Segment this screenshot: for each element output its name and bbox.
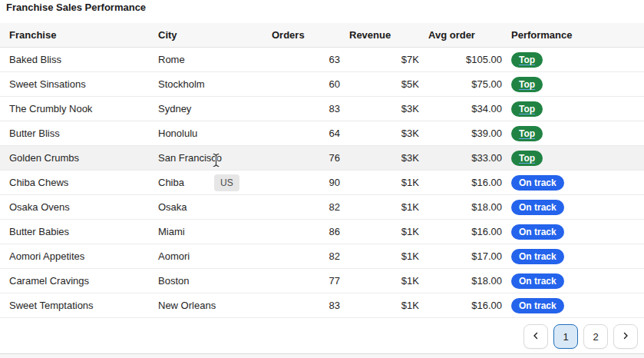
cell-city: Rome	[149, 48, 263, 72]
cell-performance: On track	[502, 195, 644, 220]
cell-city: Boston	[149, 269, 263, 293]
table-header-row: FranchiseCityOrdersRevenueAvg orderPerfo…	[0, 23, 644, 48]
performance-badge[interactable]: On track	[511, 175, 564, 191]
cell-orders: 60	[263, 72, 340, 97]
page-1-button[interactable]: 1	[553, 324, 578, 349]
cell-performance: On track	[502, 293, 644, 318]
cell-franchise: Golden Crumbs	[0, 146, 149, 171]
table-row[interactable]: Osaka OvensOsaka82$1K$18.00On track	[0, 195, 644, 220]
cell-city: Aomori	[149, 244, 263, 269]
performance-badge[interactable]: On track	[511, 249, 564, 264]
cell-city: Honolulu	[149, 121, 263, 146]
table-row[interactable]: Chiba ChewsChiba90$1K$16.00On track	[0, 171, 644, 195]
franchise-sales-card: Franchise Sales Performance FranchiseCit…	[0, 0, 644, 358]
cell-franchise: Butter Babies	[0, 220, 149, 244]
pagination: 1 2	[523, 324, 638, 349]
column-header-city: City	[149, 23, 263, 48]
cell-avg_order: $16.00	[419, 220, 502, 244]
cell-orders: 86	[263, 220, 340, 244]
performance-badge[interactable]: Top	[511, 52, 543, 68]
cell-franchise: Caramel Cravings	[0, 269, 149, 293]
cell-revenue: $1K	[340, 171, 419, 195]
cell-avg_order: $105.00	[419, 48, 502, 72]
table-row[interactable]: Aomori AppetitesAomori82$1K$17.00On trac…	[0, 244, 644, 269]
page-2-button[interactable]: 2	[583, 324, 608, 349]
cell-city: Miami	[149, 220, 263, 244]
cell-avg_order: $34.00	[419, 97, 502, 121]
cell-performance: On track	[502, 220, 644, 244]
cell-revenue: $1K	[340, 293, 419, 318]
cell-orders: 83	[263, 97, 340, 121]
cell-avg_order: $17.00	[419, 244, 502, 269]
cell-orders: 83	[263, 293, 340, 318]
cell-orders: 64	[263, 121, 340, 146]
cell-franchise: Baked Bliss	[0, 48, 149, 72]
prev-page-button[interactable]	[523, 324, 548, 349]
performance-badge[interactable]: On track	[511, 273, 564, 289]
performance-badge[interactable]: On track	[511, 298, 564, 313]
cell-revenue: $7K	[340, 48, 419, 72]
cell-performance: Top	[502, 146, 644, 171]
cell-avg_order: $75.00	[419, 72, 502, 97]
table-row[interactable]: Butter BabiesMiami86$1K$16.00On track	[0, 220, 644, 244]
cell-performance: On track	[502, 171, 644, 195]
cell-orders: 63	[263, 48, 340, 72]
column-header-franchise: Franchise	[0, 23, 149, 48]
cell-city: Chiba	[149, 171, 263, 195]
cell-avg_order: $33.00	[419, 146, 502, 171]
cell-franchise: Chiba Chews	[0, 171, 149, 195]
cell-orders: 90	[263, 171, 340, 195]
cell-performance: Top	[502, 48, 644, 72]
cell-city: Sydney	[149, 97, 263, 121]
cell-franchise: Osaka Ovens	[0, 195, 149, 220]
performance-badge[interactable]: On track	[511, 200, 564, 215]
cell-city: New Orleans	[149, 293, 263, 318]
cell-revenue: $1K	[340, 244, 419, 269]
table-row[interactable]: Sweet TemptationsNew Orleans83$1K$16.00O…	[0, 293, 644, 318]
cell-orders: 77	[263, 269, 340, 293]
cell-revenue: $5K	[340, 72, 419, 97]
cell-avg_order: $39.00	[419, 121, 502, 146]
next-page-button[interactable]	[613, 324, 638, 349]
table-row[interactable]: Baked BlissRome63$7K$105.00Top	[0, 48, 644, 72]
cell-performance: On track	[502, 269, 644, 293]
column-header-performance: Performance	[502, 23, 644, 48]
cell-orders: 82	[263, 195, 340, 220]
cell-franchise: Aomori Appetites	[0, 244, 149, 269]
table-row[interactable]: Golden CrumbsSan Francisco76$3K$33.00Top	[0, 146, 644, 171]
cell-performance: Top	[502, 97, 644, 121]
cell-orders: 76	[263, 146, 340, 171]
cell-performance: Top	[502, 121, 644, 146]
page-edge	[0, 354, 644, 358]
cell-avg_order: $16.00	[419, 171, 502, 195]
cell-franchise: Butter Bliss	[0, 121, 149, 146]
column-header-revenue: Revenue	[340, 23, 419, 48]
chevron-left-icon	[531, 331, 540, 343]
table-row[interactable]: The Crumbly NookSydney83$3K$34.00Top	[0, 97, 644, 121]
column-header-avg_order: Avg order	[419, 23, 502, 48]
performance-badge[interactable]: Top	[511, 126, 543, 141]
cell-franchise: The Crumbly Nook	[0, 97, 149, 121]
cell-city: Stockholm	[149, 72, 263, 97]
cell-city: Osaka	[149, 195, 263, 220]
chevron-right-icon	[621, 331, 630, 343]
cell-revenue: $3K	[340, 97, 419, 121]
country-tooltip: US	[214, 174, 239, 191]
cell-franchise: Sweet Temptations	[0, 293, 149, 318]
table-row[interactable]: Butter BlissHonolulu64$3K$39.00Top	[0, 121, 644, 146]
cell-franchise: Sweet Sinsations	[0, 72, 149, 97]
column-header-orders: Orders	[263, 23, 340, 48]
cell-performance: Top	[502, 72, 644, 97]
performance-badge[interactable]: Top	[511, 77, 543, 92]
performance-badge[interactable]: On track	[511, 224, 564, 240]
performance-badge[interactable]: Top	[511, 151, 543, 166]
page-title: Franchise Sales Performance	[6, 2, 146, 13]
cell-revenue: $1K	[340, 220, 419, 244]
cell-avg_order: $18.00	[419, 269, 502, 293]
franchise-table: FranchiseCityOrdersRevenueAvg orderPerfo…	[0, 23, 644, 318]
cell-orders: 82	[263, 244, 340, 269]
performance-badge[interactable]: Top	[511, 101, 543, 117]
cell-avg_order: $18.00	[419, 195, 502, 220]
table-row[interactable]: Caramel CravingsBoston77$1K$18.00On trac…	[0, 269, 644, 293]
table-row[interactable]: Sweet SinsationsStockholm60$5K$75.00Top	[0, 72, 644, 97]
